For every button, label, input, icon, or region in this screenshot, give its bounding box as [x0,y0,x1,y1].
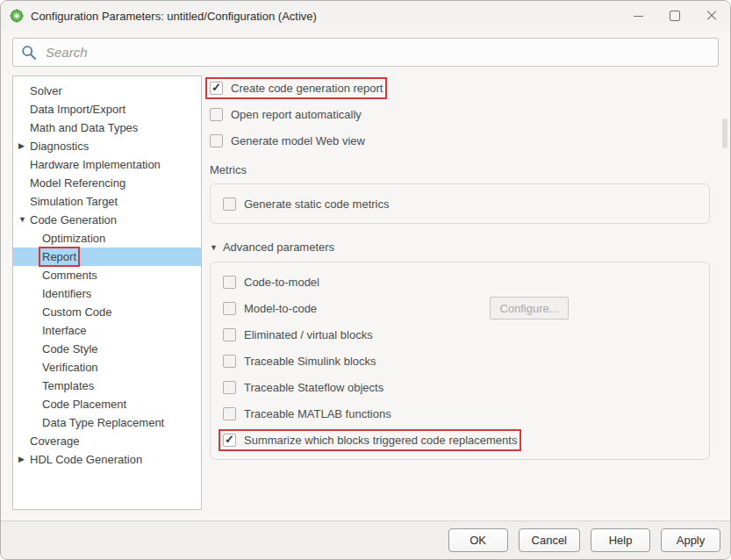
checkbox-label: Traceable Simulink blocks [244,355,376,368]
checkbox-group: Traceable MATLAB functions [223,407,391,420]
checkbox[interactable] [210,82,223,95]
title-bar: Configuration Parameters: untitled/Confi… [1,1,730,31]
checkbox-label: Open report automatically [231,108,362,121]
checkbox-row: Code-to-model [223,274,699,290]
checkbox-row: Eliminated / virtual blocks [223,327,699,342]
sidebar-item[interactable]: Data Import/Export [13,100,201,118]
checkbox-row: Summarize which blocks triggered code re… [223,432,699,448]
footer-button[interactable]: OK [448,528,508,552]
sidebar-item[interactable]: Data Type Replacement [13,413,201,432]
checkbox-label: Traceable MATLAB functions [244,407,391,420]
sidebar-item[interactable]: Optimization [13,229,201,248]
checkbox-label: Eliminated / virtual blocks [244,328,373,341]
checkbox[interactable] [223,434,236,447]
configure-button[interactable]: Configure... [490,297,569,319]
checkbox-label: Generate static code metrics [244,197,389,211]
metrics-groupbox: Generate static code metrics [210,183,710,224]
sidebar-item-label: Comments [42,269,97,282]
checkbox-row: Traceable Stateflow objects [223,379,699,395]
sidebar-item-label: Code Placement [42,398,126,411]
sidebar-tree: Solver Data Import/Export Math and Data … [12,75,202,510]
checkbox[interactable] [223,407,236,420]
close-button[interactable] [693,1,730,31]
sidebar-item[interactable]: ▶ HDL Code Generation [13,450,201,469]
sidebar-item[interactable]: Model Referencing [13,174,201,192]
sidebar-item[interactable]: Simulation Target [13,192,201,211]
window-controls [620,1,730,31]
content-area: Solver Data Import/Export Math and Data … [1,75,730,522]
maximize-button[interactable] [656,1,693,31]
sidebar-item[interactable]: Custom Code [13,303,201,321]
checkbox[interactable] [223,328,236,341]
sidebar-item[interactable]: Templates [13,377,201,395]
window-title: Configuration Parameters: untitled/Confi… [31,10,620,23]
configuration-gear-icon [10,9,24,23]
checkbox-label: Model-to-code [244,302,317,315]
sidebar-item-label: Data Type Replacement [42,416,164,429]
search-row [1,31,730,75]
checkbox-row: Create code generation report [210,80,719,96]
minimize-icon [634,16,643,17]
vertical-scrollbar[interactable] [721,76,728,520]
sidebar-item-label: Coverage [30,434,79,448]
sidebar-item[interactable]: Report [13,248,201,266]
checkbox-label: Traceable Stateflow objects [244,381,383,394]
sidebar-item[interactable]: Code Style [13,340,201,358]
search-box[interactable] [12,38,719,67]
footer-button[interactable]: Apply [661,528,720,552]
checkbox[interactable] [223,197,236,211]
sidebar-item-label: Simulation Target [30,195,118,208]
sidebar-item-label: Identifiers [42,287,91,300]
checkbox-row: Generate static code metrics [223,196,699,212]
sidebar-item[interactable]: Hardware Implementation [13,155,201,174]
checkbox-group: Traceable Simulink blocks [223,355,376,368]
tree-arrow-icon[interactable]: ▶ [18,456,30,463]
close-icon [706,11,717,21]
sidebar-item-label: Verification [42,361,98,374]
advanced-parameters-header[interactable]: ▼ Advanced parameters [210,241,719,254]
checkbox-group: Generate model Web view [210,134,365,147]
checkbox[interactable] [210,108,223,121]
sidebar-item[interactable]: Verification [13,358,201,377]
sidebar-item[interactable]: Coverage [13,432,201,450]
search-icon [21,45,37,61]
maximize-icon [670,11,680,21]
footer-button[interactable]: Help [591,528,650,552]
sidebar-item-label: Code Style [42,342,98,355]
sidebar-item[interactable]: ▶ Diagnostics [13,137,201,155]
sidebar-item[interactable]: Interface [13,321,201,340]
sidebar-item[interactable]: Identifiers [13,284,201,303]
checkbox[interactable] [223,355,236,368]
advanced-parameters-groupbox: Code-to-model Model-to-code Configure... [210,262,710,460]
sidebar-item-label: Interface [42,324,87,337]
checkbox-label: Create code generation report [231,82,383,95]
sidebar-item[interactable]: Solver [13,82,201,100]
search-input[interactable] [44,44,710,61]
checkbox-group: Eliminated / virtual blocks [223,328,373,341]
sidebar-item-label: Report [42,250,76,263]
sidebar-item-label: Model Referencing [30,176,125,190]
tree-arrow-icon[interactable]: ▶ [18,142,30,150]
report-settings-panel: Create code generation report Open repor… [202,75,719,522]
configuration-parameters-dialog: Configuration Parameters: untitled/Confi… [0,0,731,560]
footer-button[interactable]: Cancel [519,528,580,552]
checkbox[interactable] [223,276,236,289]
sidebar-item-label: Templates [42,379,94,392]
checkbox[interactable] [223,381,236,394]
checkbox-row: Open report automatically [210,106,719,122]
sidebar-item[interactable]: ▼ Code Generation [13,211,201,229]
checkbox[interactable] [223,302,236,315]
sidebar-item[interactable]: Comments [13,266,201,284]
minimize-button[interactable] [620,1,656,31]
sidebar-item-label: Optimization [42,232,105,245]
top-checkbox-list: Create code generation report Open repor… [210,80,719,148]
scrollbar-thumb[interactable] [722,118,727,148]
checkbox-row: Traceable MATLAB functions [223,406,699,421]
checkbox-group: Create code generation report [210,82,383,95]
checkbox-row: Traceable Simulink blocks [223,353,699,369]
tree-arrow-icon[interactable]: ▼ [18,216,30,224]
sidebar-item[interactable]: Code Placement [13,395,201,413]
checkbox[interactable] [210,134,223,147]
sidebar-item[interactable]: Math and Data Types [13,118,201,137]
sidebar-item-label: HDL Code Generation [30,453,142,466]
